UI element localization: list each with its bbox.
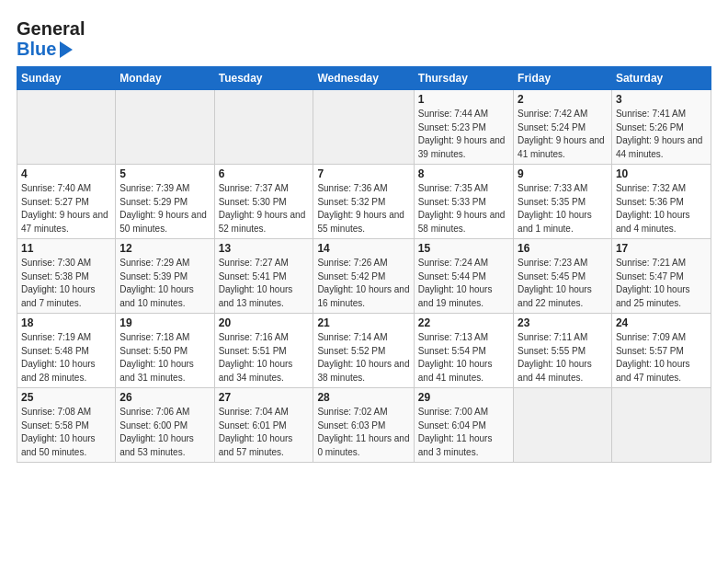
day-info: Sunrise: 7:02 AM Sunset: 6:03 PM Dayligh… bbox=[317, 406, 409, 459]
calendar-cell: 3Sunrise: 7:41 AM Sunset: 5:26 PM Daylig… bbox=[611, 90, 711, 165]
day-number: 27 bbox=[219, 391, 310, 404]
calendar-row: 18Sunrise: 7:19 AM Sunset: 5:48 PM Dayli… bbox=[17, 314, 711, 388]
calendar-cell: 17Sunrise: 7:21 AM Sunset: 5:47 PM Dayli… bbox=[611, 239, 711, 314]
logo-blue: Blue bbox=[17, 39, 85, 59]
weekday-header-cell: Monday bbox=[116, 67, 214, 90]
calendar-cell: 10Sunrise: 7:32 AM Sunset: 5:36 PM Dayli… bbox=[611, 165, 711, 239]
day-number: 1 bbox=[418, 93, 509, 106]
day-number: 15 bbox=[418, 242, 509, 255]
day-number: 24 bbox=[616, 316, 707, 329]
calendar-cell: 28Sunrise: 7:02 AM Sunset: 6:03 PM Dayli… bbox=[313, 388, 414, 463]
day-info: Sunrise: 7:16 AM Sunset: 5:51 PM Dayligh… bbox=[219, 331, 310, 385]
day-number: 7 bbox=[317, 167, 409, 180]
day-number: 23 bbox=[518, 316, 608, 329]
day-info: Sunrise: 7:21 AM Sunset: 5:47 PM Dayligh… bbox=[616, 257, 707, 310]
day-number: 8 bbox=[418, 167, 509, 180]
calendar-cell bbox=[214, 90, 313, 165]
header: General Blue bbox=[17, 15, 711, 59]
calendar-cell: 23Sunrise: 7:11 AM Sunset: 5:55 PM Dayli… bbox=[514, 314, 612, 388]
day-info: Sunrise: 7:36 AM Sunset: 5:32 PM Dayligh… bbox=[317, 182, 409, 236]
weekday-header-cell: Wednesday bbox=[313, 67, 414, 90]
weekday-header-cell: Sunday bbox=[17, 67, 116, 90]
day-number: 11 bbox=[21, 242, 111, 255]
day-info: Sunrise: 7:29 AM Sunset: 5:39 PM Dayligh… bbox=[119, 257, 210, 310]
calendar-row: 25Sunrise: 7:08 AM Sunset: 5:58 PM Dayli… bbox=[17, 388, 711, 463]
day-number: 17 bbox=[616, 242, 707, 255]
day-info: Sunrise: 7:27 AM Sunset: 5:41 PM Dayligh… bbox=[219, 257, 310, 310]
logo-arrow-icon bbox=[60, 41, 73, 58]
calendar-cell: 2Sunrise: 7:42 AM Sunset: 5:24 PM Daylig… bbox=[514, 90, 612, 165]
calendar-cell: 13Sunrise: 7:27 AM Sunset: 5:41 PM Dayli… bbox=[214, 239, 313, 314]
calendar-cell: 14Sunrise: 7:26 AM Sunset: 5:42 PM Dayli… bbox=[313, 239, 414, 314]
day-number: 21 bbox=[317, 316, 409, 329]
calendar-cell bbox=[17, 90, 116, 165]
calendar-cell: 8Sunrise: 7:35 AM Sunset: 5:33 PM Daylig… bbox=[414, 165, 513, 239]
day-number: 22 bbox=[418, 316, 509, 329]
day-number: 16 bbox=[518, 242, 608, 255]
day-info: Sunrise: 7:33 AM Sunset: 5:35 PM Dayligh… bbox=[518, 182, 608, 236]
day-info: Sunrise: 7:42 AM Sunset: 5:24 PM Dayligh… bbox=[518, 108, 608, 161]
calendar-cell: 4Sunrise: 7:40 AM Sunset: 5:27 PM Daylig… bbox=[17, 165, 116, 239]
day-number: 14 bbox=[317, 242, 409, 255]
calendar-page: General Blue SundayMondayTuesdayWednesda… bbox=[0, 0, 728, 563]
calendar-cell: 5Sunrise: 7:39 AM Sunset: 5:29 PM Daylig… bbox=[116, 165, 214, 239]
calendar-cell: 19Sunrise: 7:18 AM Sunset: 5:50 PM Dayli… bbox=[116, 314, 214, 388]
calendar-cell: 29Sunrise: 7:00 AM Sunset: 6:04 PM Dayli… bbox=[414, 388, 513, 463]
calendar-cell: 9Sunrise: 7:33 AM Sunset: 5:35 PM Daylig… bbox=[514, 165, 612, 239]
day-number: 3 bbox=[616, 93, 707, 106]
day-info: Sunrise: 7:19 AM Sunset: 5:48 PM Dayligh… bbox=[21, 331, 111, 385]
logo-general: General bbox=[17, 18, 85, 39]
day-number: 29 bbox=[418, 391, 509, 404]
day-info: Sunrise: 7:04 AM Sunset: 6:01 PM Dayligh… bbox=[219, 406, 310, 459]
calendar-body: 1Sunrise: 7:44 AM Sunset: 5:23 PM Daylig… bbox=[17, 90, 711, 463]
day-number: 18 bbox=[21, 316, 111, 329]
calendar-cell: 24Sunrise: 7:09 AM Sunset: 5:57 PM Dayli… bbox=[611, 314, 711, 388]
day-number: 28 bbox=[317, 391, 409, 404]
day-info: Sunrise: 7:00 AM Sunset: 6:04 PM Dayligh… bbox=[418, 406, 509, 459]
day-info: Sunrise: 7:30 AM Sunset: 5:38 PM Dayligh… bbox=[21, 257, 111, 310]
calendar-cell: 7Sunrise: 7:36 AM Sunset: 5:32 PM Daylig… bbox=[313, 165, 414, 239]
weekday-header-cell: Thursday bbox=[414, 67, 513, 90]
day-number: 4 bbox=[21, 167, 111, 180]
day-number: 9 bbox=[518, 167, 608, 180]
calendar-row: 4Sunrise: 7:40 AM Sunset: 5:27 PM Daylig… bbox=[17, 165, 711, 239]
calendar-row: 1Sunrise: 7:44 AM Sunset: 5:23 PM Daylig… bbox=[17, 90, 711, 165]
day-number: 26 bbox=[119, 391, 210, 404]
day-info: Sunrise: 7:09 AM Sunset: 5:57 PM Dayligh… bbox=[616, 331, 707, 385]
weekday-header-row: SundayMondayTuesdayWednesdayThursdayFrid… bbox=[17, 67, 711, 90]
day-info: Sunrise: 7:40 AM Sunset: 5:27 PM Dayligh… bbox=[21, 182, 111, 236]
calendar-cell bbox=[514, 388, 612, 463]
day-number: 2 bbox=[518, 93, 608, 106]
weekday-header-cell: Saturday bbox=[611, 67, 711, 90]
calendar-cell bbox=[116, 90, 214, 165]
day-info: Sunrise: 7:35 AM Sunset: 5:33 PM Dayligh… bbox=[418, 182, 509, 236]
day-number: 19 bbox=[119, 316, 210, 329]
calendar-cell: 12Sunrise: 7:29 AM Sunset: 5:39 PM Dayli… bbox=[116, 239, 214, 314]
day-info: Sunrise: 7:18 AM Sunset: 5:50 PM Dayligh… bbox=[119, 331, 210, 385]
day-info: Sunrise: 7:13 AM Sunset: 5:54 PM Dayligh… bbox=[418, 331, 509, 385]
calendar-row: 11Sunrise: 7:30 AM Sunset: 5:38 PM Dayli… bbox=[17, 239, 711, 314]
weekday-header-cell: Tuesday bbox=[214, 67, 313, 90]
day-info: Sunrise: 7:14 AM Sunset: 5:52 PM Dayligh… bbox=[317, 331, 409, 385]
day-info: Sunrise: 7:41 AM Sunset: 5:26 PM Dayligh… bbox=[616, 108, 707, 161]
day-info: Sunrise: 7:44 AM Sunset: 5:23 PM Dayligh… bbox=[418, 108, 509, 161]
day-number: 5 bbox=[119, 167, 210, 180]
day-number: 6 bbox=[219, 167, 310, 180]
day-info: Sunrise: 7:39 AM Sunset: 5:29 PM Dayligh… bbox=[119, 182, 210, 236]
calendar-cell: 18Sunrise: 7:19 AM Sunset: 5:48 PM Dayli… bbox=[17, 314, 116, 388]
calendar-cell: 27Sunrise: 7:04 AM Sunset: 6:01 PM Dayli… bbox=[214, 388, 313, 463]
day-info: Sunrise: 7:37 AM Sunset: 5:30 PM Dayligh… bbox=[219, 182, 310, 236]
day-info: Sunrise: 7:32 AM Sunset: 5:36 PM Dayligh… bbox=[616, 182, 707, 236]
day-number: 20 bbox=[219, 316, 310, 329]
calendar-cell: 26Sunrise: 7:06 AM Sunset: 6:00 PM Dayli… bbox=[116, 388, 214, 463]
day-number: 12 bbox=[119, 242, 210, 255]
calendar-table: SundayMondayTuesdayWednesdayThursdayFrid… bbox=[17, 66, 711, 463]
day-number: 13 bbox=[219, 242, 310, 255]
day-info: Sunrise: 7:08 AM Sunset: 5:58 PM Dayligh… bbox=[21, 406, 111, 459]
calendar-cell: 11Sunrise: 7:30 AM Sunset: 5:38 PM Dayli… bbox=[17, 239, 116, 314]
calendar-cell: 6Sunrise: 7:37 AM Sunset: 5:30 PM Daylig… bbox=[214, 165, 313, 239]
day-info: Sunrise: 7:11 AM Sunset: 5:55 PM Dayligh… bbox=[518, 331, 608, 385]
day-number: 25 bbox=[21, 391, 111, 404]
calendar-cell: 21Sunrise: 7:14 AM Sunset: 5:52 PM Dayli… bbox=[313, 314, 414, 388]
calendar-cell: 15Sunrise: 7:24 AM Sunset: 5:44 PM Dayli… bbox=[414, 239, 513, 314]
